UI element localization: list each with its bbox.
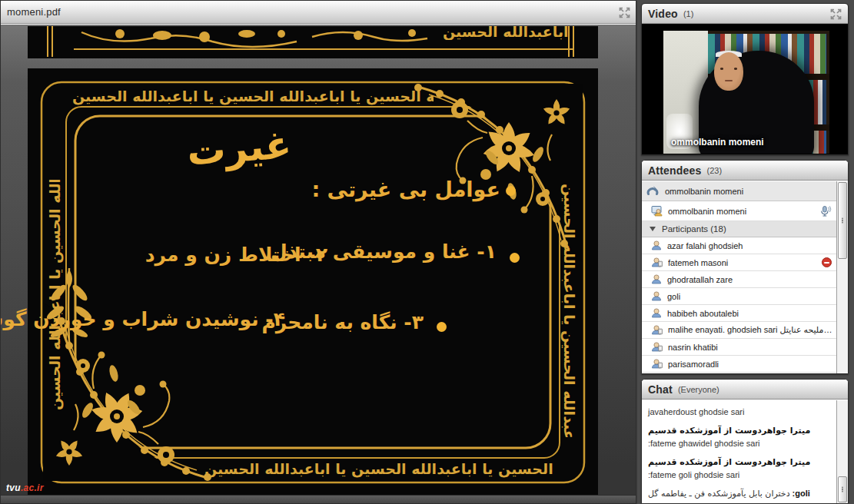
chat-pod-titlebar[interactable]: Chat (Everyone) xyxy=(642,380,848,400)
person-device-icon xyxy=(651,359,663,369)
attendees-pod-title: Attendees xyxy=(648,164,701,177)
attendee-row[interactable]: azar falahi ghodsieh xyxy=(642,237,836,254)
tvu-watermark: tvu.ac.ir xyxy=(6,482,44,493)
attendee-row[interactable]: nasrin khatibi xyxy=(642,339,836,356)
attendees-pod-titlebar[interactable]: Attendees (23) xyxy=(642,161,848,181)
webcam-feed[interactable]: ommolbanin momeni xyxy=(642,25,848,154)
attendee-row[interactable]: malihe enayati. ghodsieh sari ملیحه عنای… xyxy=(642,322,836,339)
person-icon xyxy=(651,240,662,250)
pdf-page-previous: یا اباعبدالله الحسین یا اباعبدالله الحسی… xyxy=(28,26,598,58)
chat-message: میترا جواهردوست از آموزشکده قدسیم :fatem… xyxy=(648,424,830,450)
attendees-scrollbar[interactable] xyxy=(836,181,848,373)
slide-item-3: ۳- نگاه به نامحرم xyxy=(261,311,424,333)
adobe-connect-window: momeni.pdf یا اباعبدالله الحسین یا اباعب… xyxy=(0,0,854,504)
kufic-border-top: یا اباعبدالله الحسین یا اباعبدالله الحسی… xyxy=(72,86,434,106)
chat-scope: (Everyone) xyxy=(678,384,719,394)
chat-pod: Chat (Everyone) javaherdoust ghodsie sar… xyxy=(641,379,849,504)
share-pod-bottom-bar xyxy=(1,495,636,503)
person-icon xyxy=(651,291,662,301)
attendee-row[interactable]: fatemeh masoni xyxy=(642,254,836,271)
slide-item-2: ۲- اختلاط زن و مرد xyxy=(145,244,327,266)
microphone-active-icon[interactable] xyxy=(819,205,832,217)
kufic-border-right: یا اباعبدالله الحسین یا اباعبدالله الحسی… xyxy=(560,184,580,437)
chat-scrollbar-thumb[interactable] xyxy=(838,476,847,502)
chat-sender-name: :goli xyxy=(790,489,810,498)
attendee-row[interactable]: habibeh aboutalebi xyxy=(642,305,836,322)
kufic-border-bottom: یا اباعبدالله الحسین یا اباعبدالله الحسی… xyxy=(204,459,557,479)
bullet-dot xyxy=(437,322,447,332)
attendees-scrollbar-thumb[interactable] xyxy=(838,182,847,259)
maximize-icon[interactable] xyxy=(829,8,842,21)
attendees-pod: Attendees (23) ommolbanin momeni ommolba… xyxy=(641,160,849,374)
person-device-icon xyxy=(651,257,663,267)
chat-message-list[interactable]: javaherdoust ghodsie sari میترا جواهردوس… xyxy=(642,400,836,503)
chat-pod-title: Chat xyxy=(648,383,673,396)
webcam-name-overlay: ommolbanin momeni xyxy=(671,137,764,148)
speaker-face xyxy=(714,52,743,91)
person-device-icon xyxy=(651,325,663,335)
slide-heading: عوامل بی غیرتی : xyxy=(311,177,500,201)
previous-slide-ornament xyxy=(28,26,598,58)
chat-sender-name: میترا جواهردوست از آموزشکده قدسیم xyxy=(648,457,810,467)
video-count: (1) xyxy=(683,8,693,18)
chat-sender-name: میترا جواهردوست از آموزشکده قدسیم xyxy=(648,426,810,436)
pdf-viewer[interactable]: یا اباعبدالله الحسین یا اباعبدالله الحسی… xyxy=(1,25,636,503)
slide-border-ornaments xyxy=(28,68,598,496)
attendees-list: ommolbanin momeni ommolbanin momeni Part… xyxy=(642,181,836,373)
attendees-count: (23) xyxy=(706,165,722,175)
video-pod: Video (1) ommolbanin momeni xyxy=(641,3,849,155)
person-icon xyxy=(651,308,662,318)
host-screen-icon xyxy=(651,205,663,217)
person-icon xyxy=(651,274,662,284)
phone-icon xyxy=(646,185,660,197)
share-pod-titlebar[interactable]: momeni.pdf xyxy=(1,1,636,24)
pdf-page-current: یا اباعبدالله الحسین یا اباعبدالله الحسی… xyxy=(28,68,598,496)
maximize-icon[interactable] xyxy=(618,6,631,19)
slide-item-4: ۴- نوشیدن شراب و خوردن گوشت خوک xyxy=(0,308,285,330)
chat-message: دختران بابل یآموزشکده فن ـ یفاطمه گل :go… xyxy=(648,487,830,500)
participants-group-header[interactable]: Participants (18) xyxy=(642,221,836,237)
attendee-row-host[interactable]: ommolbanin momeni xyxy=(642,201,836,221)
attendee-row[interactable]: ghodratallah zare xyxy=(642,271,836,288)
attendee-row[interactable]: goli xyxy=(642,288,836,305)
do-not-disturb-icon xyxy=(822,257,832,267)
attendee-row[interactable]: parisamoradli xyxy=(642,356,836,373)
kufic-border-left: یا اباعبدالله الحسین یا اباعبدالله الحسی… xyxy=(45,180,65,410)
person-device-icon xyxy=(651,342,663,352)
chat-scrollbar[interactable] xyxy=(836,400,848,503)
video-pod-titlebar[interactable]: Video (1) xyxy=(642,4,848,24)
chat-message: javaherdoust ghodsie sari xyxy=(648,406,830,419)
chat-message: میترا جواهردوست از آموزشکده قدسیم :fatem… xyxy=(648,456,830,482)
bullet-dot xyxy=(510,253,520,263)
attendee-row-phone[interactable]: ommolbanin momeni xyxy=(642,181,836,201)
share-pod: momeni.pdf یا اباعبدالله الحسین یا اباعب… xyxy=(0,0,636,504)
video-pod-title: Video xyxy=(648,8,678,20)
bullet-dot xyxy=(506,186,516,196)
collapse-triangle-icon[interactable] xyxy=(650,227,656,231)
webcam-image: ommolbanin momeni xyxy=(663,31,829,154)
share-document-title: momeni.pdf xyxy=(7,6,61,18)
